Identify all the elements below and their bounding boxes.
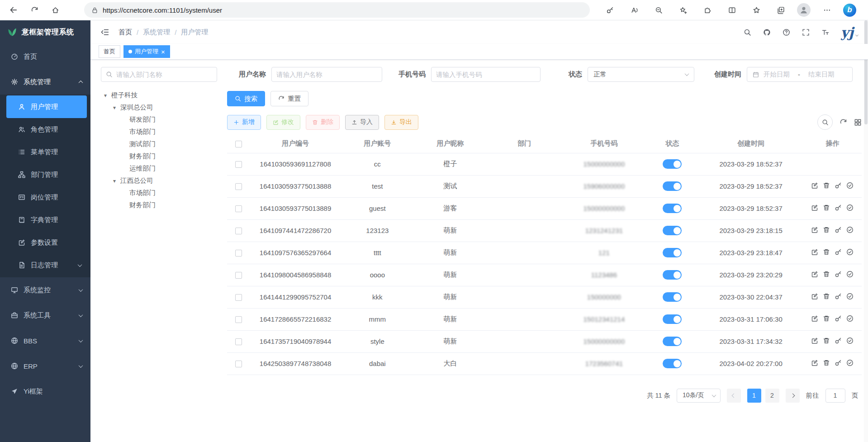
reset-password-button[interactable] bbox=[835, 204, 842, 211]
help-button[interactable] bbox=[783, 29, 790, 36]
browser-back-button[interactable] bbox=[5, 2, 22, 18]
assign-role-button[interactable] bbox=[846, 337, 854, 344]
row-checkbox[interactable] bbox=[235, 161, 242, 168]
status-toggle[interactable] bbox=[663, 248, 682, 257]
sidebar-item-home[interactable]: 首页 bbox=[0, 44, 90, 69]
select-all-checkbox[interactable] bbox=[235, 141, 242, 147]
tree-node-rd-dept[interactable]: 研发部门 bbox=[101, 114, 217, 126]
reset-password-button[interactable] bbox=[835, 315, 842, 322]
sidebar-item-bbs[interactable]: BBS bbox=[0, 328, 90, 353]
username-input[interactable] bbox=[276, 71, 377, 78]
tree-node-ops-dept[interactable]: 运维部门 bbox=[101, 162, 217, 175]
tree-node-chengzi-tech[interactable]: ▾橙子科技 bbox=[101, 89, 217, 101]
delete-row-button[interactable] bbox=[823, 182, 830, 189]
font-size-button[interactable] bbox=[821, 29, 829, 36]
search-button[interactable]: 搜索 bbox=[227, 91, 265, 106]
row-checkbox[interactable] bbox=[235, 228, 242, 234]
toggle-search-button[interactable] bbox=[817, 114, 833, 130]
tree-node-market-dept-sz[interactable]: 市场部门 bbox=[101, 126, 217, 138]
sidebar-item-log[interactable]: 日志管理 bbox=[6, 254, 87, 276]
export-button[interactable]: 导出 bbox=[384, 115, 418, 130]
status-toggle[interactable] bbox=[663, 292, 682, 302]
read-aloud-button[interactable] bbox=[626, 3, 642, 17]
sidebar-item-monitor[interactable]: 系统监控 bbox=[0, 277, 90, 303]
tab-user-mgmt[interactable]: 用户管理× bbox=[123, 45, 170, 58]
tree-node-test-dept[interactable]: 测试部门 bbox=[101, 138, 217, 150]
status-toggle[interactable] bbox=[663, 337, 682, 346]
edit-row-button[interactable] bbox=[811, 337, 818, 344]
edit-row-button[interactable] bbox=[811, 248, 818, 256]
phone-input[interactable] bbox=[436, 71, 536, 78]
assign-role-button[interactable] bbox=[846, 293, 854, 300]
browser-home-button[interactable] bbox=[47, 2, 63, 18]
sidebar-item-system[interactable]: 系统管理 bbox=[0, 69, 90, 95]
bing-chat-button[interactable]: b bbox=[843, 4, 856, 17]
reset-password-button[interactable] bbox=[835, 359, 842, 366]
goto-page-input[interactable] bbox=[825, 389, 845, 403]
page-button-1[interactable]: 1 bbox=[747, 389, 761, 403]
page-size-select[interactable]: 10条/页 bbox=[677, 389, 720, 403]
reset-password-button[interactable] bbox=[835, 293, 842, 300]
collections-button[interactable] bbox=[773, 3, 789, 17]
sidebar-item-dict[interactable]: 字典管理 bbox=[6, 209, 87, 231]
edit-row-button[interactable] bbox=[811, 182, 818, 189]
row-checkbox[interactable] bbox=[235, 272, 242, 279]
row-checkbox[interactable] bbox=[235, 250, 242, 257]
sidebar-toggle-button[interactable] bbox=[100, 28, 109, 37]
delete-row-button[interactable] bbox=[823, 248, 830, 256]
edit-row-button[interactable] bbox=[811, 204, 818, 211]
row-checkbox[interactable] bbox=[235, 338, 242, 345]
status-toggle[interactable] bbox=[663, 181, 682, 191]
page-button-2[interactable]: 2 bbox=[765, 389, 779, 403]
sidebar-item-dept[interactable]: 部门管理 bbox=[6, 163, 87, 186]
sidebar-item-tools[interactable]: 系统工具 bbox=[0, 303, 90, 328]
tree-node-finance-dept-sz[interactable]: 财务部门 bbox=[101, 150, 217, 162]
split-screen-button[interactable] bbox=[724, 3, 740, 17]
browser-refresh-button[interactable] bbox=[26, 2, 43, 18]
assign-role-button[interactable] bbox=[846, 226, 854, 233]
tree-node-market-dept-jx[interactable]: 市场部门 bbox=[101, 187, 217, 199]
status-toggle[interactable] bbox=[663, 314, 682, 324]
refresh-table-button[interactable] bbox=[840, 119, 847, 126]
sidebar-item-menu[interactable]: 菜单管理 bbox=[6, 141, 87, 163]
row-checkbox[interactable] bbox=[235, 205, 242, 212]
edit-row-button[interactable] bbox=[811, 315, 818, 322]
import-button[interactable]: 导入 bbox=[345, 115, 379, 130]
favorites-button[interactable] bbox=[748, 3, 764, 17]
status-select[interactable]: 正常 bbox=[588, 67, 694, 82]
delete-row-button[interactable] bbox=[823, 204, 830, 211]
tab-home[interactable]: 首页 bbox=[99, 45, 120, 58]
scrollbar-thumb[interactable] bbox=[864, 20, 868, 124]
delete-row-button[interactable] bbox=[823, 315, 830, 322]
prev-page-button[interactable] bbox=[727, 389, 741, 403]
date-range-picker[interactable]: 开始日期 - 结束日期 bbox=[747, 67, 853, 82]
assign-role-button[interactable] bbox=[846, 315, 854, 322]
reset-password-button[interactable] bbox=[835, 271, 842, 278]
header-search-button[interactable] bbox=[744, 29, 751, 36]
password-key-button[interactable] bbox=[602, 3, 618, 17]
delete-button[interactable]: 删除 bbox=[306, 115, 340, 130]
assign-role-button[interactable] bbox=[846, 182, 854, 189]
reset-password-button[interactable] bbox=[835, 226, 842, 233]
status-toggle[interactable] bbox=[663, 359, 682, 368]
edit-row-button[interactable] bbox=[811, 359, 818, 366]
sidebar-item-user[interactable]: 用户管理 bbox=[6, 95, 87, 118]
reset-password-button[interactable] bbox=[835, 248, 842, 256]
reset-button[interactable]: 重置 bbox=[270, 91, 308, 106]
address-bar[interactable]: https://ccnetcore.com:1101/system/user bbox=[84, 2, 590, 18]
edit-row-button[interactable] bbox=[811, 226, 818, 233]
zoom-button[interactable] bbox=[650, 3, 667, 17]
assign-role-button[interactable] bbox=[846, 359, 854, 366]
fullscreen-button[interactable] bbox=[802, 29, 810, 36]
delete-row-button[interactable] bbox=[823, 293, 830, 300]
github-button[interactable] bbox=[763, 29, 771, 36]
assign-role-button[interactable] bbox=[846, 271, 854, 278]
status-toggle[interactable] bbox=[663, 226, 682, 235]
delete-row-button[interactable] bbox=[823, 226, 830, 233]
row-checkbox[interactable] bbox=[235, 183, 242, 190]
page-scrollbar[interactable] bbox=[864, 20, 868, 442]
user-menu[interactable]: yj bbox=[841, 27, 858, 38]
tree-node-jiangxi-hq[interactable]: ▾江西总公司 bbox=[101, 175, 217, 187]
status-toggle[interactable] bbox=[663, 204, 682, 213]
assign-role-button[interactable] bbox=[846, 248, 854, 256]
